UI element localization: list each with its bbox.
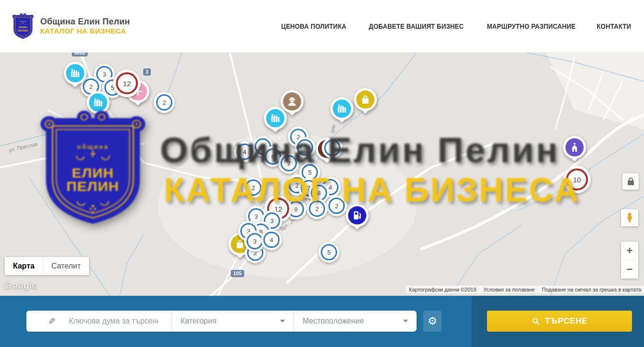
cluster-marker[interactable]: 7 xyxy=(278,153,299,174)
cluster-marker[interactable]: 2 xyxy=(326,195,347,216)
shopping-bag-pin-marker[interactable] xyxy=(354,88,377,111)
pegman-icon xyxy=(624,213,635,223)
location-dropdown-label: Местоположение xyxy=(303,317,364,325)
church-pin-marker[interactable] xyxy=(563,136,586,159)
search-button-label: ТЪРСЕНЕ xyxy=(545,316,588,326)
factory-pin-marker[interactable] xyxy=(87,91,110,114)
marker-layer: 3251222335467522748228123383234510 xyxy=(0,53,644,296)
cluster-marker[interactable]: 12 xyxy=(113,69,141,97)
map-type-satellite-button[interactable]: Сателит xyxy=(43,257,89,275)
pegman-button[interactable] xyxy=(621,209,638,226)
nav-item-add-business[interactable]: ДОБАВЕТЕ ВАШИЯТ БИЗНЕС xyxy=(369,22,463,30)
gear-icon xyxy=(428,316,437,326)
site-subtitle: КАТАЛОГ НА БИЗНЕСА xyxy=(40,27,130,36)
cluster-marker[interactable]: 5 xyxy=(322,137,343,158)
chevron-down-icon xyxy=(280,320,285,323)
site-logo[interactable]: Община Елин Пелин КАТАЛОГ НА БИЗНЕСА xyxy=(12,12,130,40)
advanced-settings-button[interactable] xyxy=(423,311,441,332)
map-type-map-button[interactable]: Карта xyxy=(5,257,43,275)
site-title: Община Елин Пелин xyxy=(40,16,130,27)
cluster-count: 5 xyxy=(327,249,330,256)
search-submit-button[interactable]: ТЪРСЕНЕ xyxy=(487,311,632,332)
cluster-count: 4 xyxy=(328,184,332,191)
factory-pin-marker[interactable] xyxy=(64,62,87,85)
map-canvas[interactable]: ул. Преславбул. „Новоселции60023105 3251… xyxy=(0,53,644,296)
search-bar: Категория Местоположение ТЪРСЕНЕ xyxy=(0,296,644,347)
cluster-count: 3 xyxy=(270,217,273,224)
cluster-marker[interactable]: 3 xyxy=(294,137,316,158)
cluster-marker[interactable]: 4 xyxy=(261,229,282,250)
cluster-count: 3 xyxy=(303,144,306,151)
nav-item-contacts[interactable]: КОНТАКТИ xyxy=(597,22,631,30)
zoom-control: + − xyxy=(621,242,638,279)
zoom-out-button[interactable]: − xyxy=(621,260,638,279)
attribution-terms-link[interactable]: Условия за ползване xyxy=(484,287,535,292)
main-nav: ЦЕНОВА ПОЛИТИКА ДОБАВЕТЕ ВАШИЯТ БИЗНЕС М… xyxy=(279,22,632,30)
cluster-marker[interactable]: 5 xyxy=(318,242,339,263)
cluster-count: 7 xyxy=(287,160,290,167)
cluster-count: 2 xyxy=(251,184,255,191)
cluster-count: 2 xyxy=(89,83,92,90)
cluster-marker[interactable]: 2 xyxy=(243,177,264,198)
cluster-marker[interactable]: 10 xyxy=(563,166,591,193)
lock-button[interactable] xyxy=(622,173,639,190)
cluster-count: 2 xyxy=(315,205,318,213)
header: Община Елин Пелин КАТАЛОГ НА БИЗНЕСА ЦЕН… xyxy=(0,0,644,53)
cluster-count: 3 xyxy=(261,143,264,150)
factory-icon xyxy=(270,112,281,124)
nav-item-route-schedule[interactable]: МАРШРУТНО РАЗПИСАНИЕ xyxy=(486,22,575,30)
attribution-copyright: Картографски данни ©2019 xyxy=(409,287,476,292)
cluster-marker[interactable]: 4 xyxy=(234,141,255,162)
cluster-count: 8 xyxy=(317,190,320,197)
cluster-count: 12 xyxy=(123,79,131,88)
category-dropdown[interactable]: Категория xyxy=(171,311,294,332)
location-dropdown[interactable]: Местоположение xyxy=(294,311,417,332)
category-dropdown-label: Категория xyxy=(181,317,216,325)
fuel-pin-marker[interactable] xyxy=(346,204,369,227)
cluster-count: 6 xyxy=(271,153,274,160)
church-icon xyxy=(569,142,580,153)
zoom-in-button[interactable]: + xyxy=(621,242,638,260)
cluster-count: 10 xyxy=(573,176,581,184)
search-input-group: Категория Местоположение xyxy=(26,311,417,332)
cluster-count: 4 xyxy=(270,236,273,244)
google-logo: Google xyxy=(4,280,38,291)
cluster-count: 3 xyxy=(253,238,256,245)
factory-icon xyxy=(92,97,104,108)
cluster-marker[interactable]: 2 xyxy=(306,198,328,219)
shopping-bag-icon xyxy=(360,94,371,105)
worker-icon xyxy=(286,96,298,107)
cluster-count: 8 xyxy=(294,206,297,213)
factory-pin-marker[interactable] xyxy=(330,97,353,120)
cluster-count: 5 xyxy=(330,145,334,152)
cluster-count: 2 xyxy=(335,202,338,210)
cluster-count: 4 xyxy=(243,148,246,156)
factory-icon xyxy=(336,103,348,114)
nav-item-pricing[interactable]: ЦЕНОВА ПОЛИТИКА xyxy=(281,22,346,30)
chevron-down-icon xyxy=(403,320,408,323)
map-attribution: Картографски данни ©2019 Условия за полз… xyxy=(406,286,644,293)
search-icon xyxy=(531,317,540,325)
map-type-control: Карта Сателит xyxy=(5,257,89,275)
keyword-search-input[interactable] xyxy=(68,316,159,326)
factory-pin-marker[interactable] xyxy=(264,107,287,130)
pencil-icon xyxy=(48,316,56,326)
cluster-count: 3 xyxy=(254,213,258,220)
cluster-count: 2 xyxy=(162,99,166,106)
factory-icon xyxy=(69,67,81,79)
page: Община Елин Пелин КАТАЛОГ НА БИЗНЕСА ЦЕН… xyxy=(0,0,644,347)
municipality-emblem-icon xyxy=(12,12,34,40)
attribution-report-link[interactable]: Подаване на сигнал за грешка в картата xyxy=(542,287,641,292)
cluster-count: 3 xyxy=(102,71,106,78)
fuel-icon xyxy=(351,210,363,221)
cluster-count: 5 xyxy=(308,169,311,176)
keyword-segment xyxy=(26,311,171,332)
cluster-marker[interactable]: 2 xyxy=(154,92,175,113)
